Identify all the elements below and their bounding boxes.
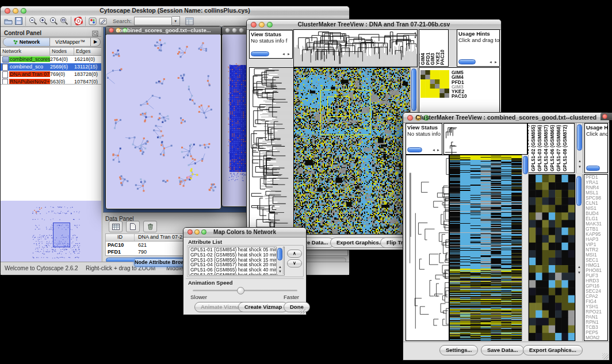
zoom-selected-icon[interactable] <box>48 17 59 26</box>
resize-grip[interactable] <box>602 353 609 359</box>
annotation-icon[interactable] <box>98 17 108 26</box>
tab-vizmapper[interactable]: VizMapper™ <box>50 38 91 46</box>
resize-grip[interactable] <box>299 308 305 314</box>
scroll-up-icon[interactable] <box>278 265 282 269</box>
dialog-titlebar[interactable]: Map Colors to Network <box>183 228 306 237</box>
column-label[interactable]: GPL51-04 (GSM857) <box>543 125 549 171</box>
heatmap-canvas[interactable] <box>293 67 411 235</box>
network1-titlebar[interactable]: combined_scores_good.txt--cluste... <box>106 26 221 35</box>
selection-matrix-canvas[interactable] <box>420 70 449 98</box>
treeview-button[interactable]: Settings... <box>439 345 478 355</box>
scroll-right-icon[interactable] <box>494 60 498 64</box>
view-status-title: View Status <box>407 124 442 131</box>
create-vizmap-button[interactable]: Create Vizmap <box>238 302 288 312</box>
network-view-canvas[interactable] <box>106 35 220 208</box>
done-button[interactable]: Done <box>284 302 310 312</box>
col-header-edges[interactable]: Edges <box>74 48 101 55</box>
search-input[interactable] <box>134 17 172 25</box>
save-icon[interactable] <box>13 17 24 26</box>
zoom-vscrollbar[interactable] <box>576 176 582 206</box>
minimize-button[interactable] <box>232 28 237 33</box>
network-list-row[interactable]: combined_sco 2569(6) 13112(15) <box>1 63 101 71</box>
attribute-browser-icon[interactable] <box>185 17 195 26</box>
treeview1-titlebar[interactable]: ClusterMaker TreeView : DNA and Tran 07-… <box>247 20 501 30</box>
scroll-down-icon[interactable] <box>577 271 581 274</box>
zoom-fit-icon[interactable] <box>59 17 69 26</box>
network-list-row[interactable]: combined_scores 2764(0) 16218(0) <box>1 56 101 63</box>
scroll-up-icon[interactable] <box>577 265 581 269</box>
usage-hints-panel: Usage Hints Click and drag to <box>457 29 500 67</box>
scroll-down-icon[interactable] <box>278 270 282 273</box>
scroll-left-icon[interactable] <box>432 148 435 152</box>
view-status-hscrollbar[interactable] <box>407 147 422 152</box>
treeview-button[interactable]: Save Data... <box>481 345 524 355</box>
slower-label: Slower <box>190 294 207 300</box>
column-label[interactable]: GPL51-03 (GSM856) <box>537 125 542 171</box>
network-list-row[interactable]: DNA and Tran 07 769(0) 183728(0) <box>1 71 101 78</box>
network-overview-canvas[interactable] <box>1 201 101 262</box>
scroll-up-icon[interactable] <box>414 31 417 35</box>
vizmap-node-icon[interactable] <box>87 17 98 26</box>
background-window-sliver <box>600 113 612 120</box>
heatmap-vscrollbar[interactable] <box>411 68 416 111</box>
scroll-left-icon[interactable] <box>489 60 492 64</box>
column-label[interactable]: GPL51-07 (GSM868) <box>556 125 561 171</box>
speed-slider-track[interactable] <box>193 290 297 292</box>
usage-hints-hscrollbar[interactable] <box>586 166 600 171</box>
scroll-up-icon[interactable] <box>578 159 582 163</box>
help-lifering-icon[interactable] <box>73 17 83 26</box>
close-button[interactable] <box>602 114 607 119</box>
zoom-button[interactable] <box>239 28 244 33</box>
scroll-down-icon[interactable] <box>414 36 417 39</box>
delete-attribute-icon[interactable] <box>143 221 157 232</box>
scroll-down-icon[interactable] <box>578 165 582 168</box>
attribute-list-vscroll-track[interactable] <box>276 247 284 274</box>
attribute-list-vscrollbar[interactable] <box>277 248 282 260</box>
column-label[interactable]: GPL51-02 (GSM855) <box>530 125 536 171</box>
row-dendrogram-canvas[interactable] <box>406 155 449 341</box>
new-attribute-icon[interactable] <box>126 221 140 232</box>
speed-slider-thumb[interactable] <box>237 287 244 294</box>
data-col-id[interactable]: ID <box>106 234 135 241</box>
zoom-out-icon[interactable] <box>28 17 38 26</box>
column-label[interactable]: PAC10 <box>439 49 445 65</box>
column-label[interactable]: GPL51-06 (GSM865) <box>549 125 555 171</box>
select-attributes-icon[interactable] <box>109 221 123 232</box>
column-dendrogram-canvas[interactable] <box>443 123 527 155</box>
col-header-network[interactable]: Network <box>1 48 50 55</box>
attribute-list-item[interactable]: GPL51-07 (GSM868) heat shock 60 min <box>189 273 284 275</box>
heatmap-vscrollbar[interactable] <box>523 156 528 174</box>
open-file-icon[interactable] <box>3 17 13 26</box>
gene-label[interactable]: MON2 <box>586 335 607 340</box>
close-button[interactable] <box>225 28 230 33</box>
heatmap-canvas[interactable] <box>449 155 522 341</box>
scroll-right-icon[interactable] <box>437 148 440 152</box>
col-header-nodes[interactable]: Nodes <box>50 48 74 55</box>
zoom-vscroll-track[interactable] <box>575 174 583 341</box>
search-dropdown-button[interactable] <box>172 16 180 26</box>
main-titlebar[interactable]: Cytoscape Desktop (Session Name: collins… <box>1 6 349 16</box>
column-dendrogram-canvas[interactable] <box>293 29 418 67</box>
move-up-button[interactable]: ∧ <box>287 250 302 258</box>
network-list: combined_scores 2764(0) 16218(0) combine… <box>1 56 101 86</box>
row-dendrogram-canvas[interactable] <box>249 67 294 235</box>
desktop: Cytoscape Desktop (Session Name: collins… <box>0 0 612 364</box>
usage-hints-hscrollbar[interactable] <box>458 59 476 64</box>
zoom-in-icon[interactable] <box>38 17 48 26</box>
heatmap-vscroll-track[interactable] <box>522 155 529 341</box>
scroll-right-icon[interactable] <box>287 52 290 56</box>
status-welcome: Welcome to Cytoscape 2.6.2 <box>5 265 78 271</box>
treeview-button[interactable]: Export Graphics... <box>523 345 583 355</box>
move-down-button[interactable]: ∨ <box>287 259 302 267</box>
scroll-left-icon[interactable] <box>282 52 285 56</box>
tab-network[interactable]: Network <box>3 38 50 46</box>
labels-vscroll-track[interactable] <box>576 123 583 173</box>
column-label[interactable]: GPL51-08 (GSM872) <box>562 125 568 171</box>
zoom-heatmap-canvas[interactable] <box>529 174 575 341</box>
view-status-hscrollbar[interactable] <box>251 51 269 56</box>
labels-vscrollbar[interactable] <box>577 124 582 151</box>
treeview2-titlebar[interactable]: ClusterMaker TreeView : combined_scores_… <box>403 113 609 123</box>
tab-overflow-button[interactable]: ▶ <box>91 38 100 46</box>
node-attribute-browser-tab[interactable]: Node Attribute Browser <box>134 258 186 267</box>
gene-label[interactable]: PAC10 <box>452 94 467 98</box>
